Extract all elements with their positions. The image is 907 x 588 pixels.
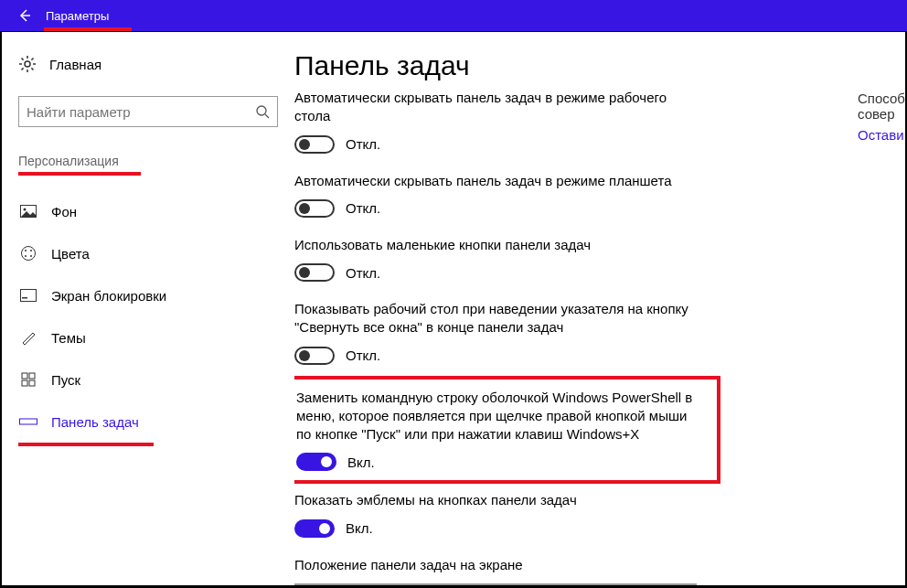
toggle-switch[interactable]: [294, 199, 335, 218]
svg-point-15: [25, 250, 27, 251]
setting-taskbar-position: Положение панели задач на экране Внизу ▾: [294, 549, 887, 586]
setting-label: Заменить командную строку оболочкой Wind…: [296, 389, 699, 444]
sidebar-item-themes[interactable]: Темы: [18, 316, 278, 358]
sidebar-item-lockscreen[interactable]: Экран блокировки: [18, 274, 278, 316]
lockscreen-icon: [18, 289, 38, 302]
toggle-state: Откл.: [346, 265, 380, 281]
toggle-switch[interactable]: [294, 347, 335, 365]
nav-label: Панель задач: [51, 414, 139, 430]
svg-rect-23: [22, 380, 27, 386]
toggle-switch[interactable]: [296, 453, 336, 471]
search-icon: [255, 104, 270, 119]
setting-peek-desktop: Показывать рабочий стол при наведении ук…: [294, 293, 887, 376]
arrow-left-icon: [16, 8, 31, 23]
main-panel: Панель задач Автоматически скрывать пане…: [294, 32, 905, 585]
svg-rect-21: [22, 373, 27, 379]
toggle-state: Вкл.: [346, 520, 373, 536]
start-icon: [18, 372, 38, 387]
search-field[interactable]: [27, 104, 255, 120]
search-input[interactable]: [18, 96, 278, 127]
svg-point-13: [24, 208, 27, 211]
svg-point-10: [257, 106, 266, 115]
svg-line-11: [265, 114, 269, 118]
setting-label: Положение панели задач на экране: [294, 556, 697, 574]
highlight-underline: [44, 27, 132, 31]
feedback-link[interactable]: Остави: [858, 127, 905, 143]
svg-rect-25: [20, 419, 37, 424]
setting-hide-desktop: Автоматически скрывать панель задач в ре…: [294, 89, 887, 165]
position-dropdown[interactable]: Внизу ▾: [294, 583, 697, 585]
highlighted-setting: Заменить командную строку оболочкой Wind…: [294, 376, 720, 485]
sidebar: Главная Персонализация Фон Цвета: [2, 32, 294, 585]
setting-label: Показать эмблемы на кнопках панели задач: [294, 491, 697, 509]
toggle-switch[interactable]: [294, 519, 335, 538]
svg-line-7: [31, 68, 33, 69]
svg-line-9: [31, 59, 33, 60]
nav-label: Пуск: [51, 372, 80, 388]
setting-label: Автоматически скрывать панель задач в ре…: [294, 172, 697, 190]
brush-icon: [18, 329, 38, 346]
nav-label: Цвета: [51, 246, 90, 262]
setting-label: Использовать маленькие кнопки панели зад…: [294, 236, 697, 254]
back-button[interactable]: [5, 0, 42, 31]
svg-rect-22: [29, 373, 35, 379]
svg-point-18: [30, 255, 32, 257]
svg-point-14: [22, 247, 36, 261]
svg-point-16: [30, 250, 32, 251]
palette-icon: [18, 245, 38, 262]
nav-label: Фон: [51, 204, 77, 219]
toggle-state: Вкл.: [347, 454, 375, 470]
gear-icon: [18, 55, 37, 73]
page-title: Панель задач: [294, 50, 905, 81]
home-button[interactable]: Главная: [18, 48, 278, 80]
nav-label: Темы: [51, 330, 86, 346]
sidebar-item-start[interactable]: Пуск: [18, 358, 278, 401]
toggle-state: Откл.: [346, 136, 380, 152]
toggle-switch[interactable]: [294, 263, 335, 282]
section-label: Персонализация: [18, 154, 119, 168]
svg-rect-24: [29, 380, 35, 386]
svg-point-17: [25, 255, 27, 257]
setting-label: Автоматически скрывать панель задач в ре…: [294, 89, 697, 126]
toggle-state: Откл.: [346, 347, 380, 363]
taskbar-icon: [18, 415, 38, 428]
nav-label: Экран блокировки: [51, 288, 166, 304]
svg-rect-20: [22, 297, 27, 299]
info-text: совер: [858, 106, 905, 122]
svg-point-1: [25, 61, 30, 67]
svg-line-6: [22, 59, 24, 60]
info-text: Способ: [858, 91, 905, 106]
home-label: Главная: [49, 57, 101, 72]
toggle-state: Откл.: [346, 200, 380, 216]
titlebar: Параметры: [0, 0, 907, 31]
toggle-switch[interactable]: [294, 135, 335, 154]
highlight-underline: [18, 172, 141, 176]
sidebar-item-background[interactable]: Фон: [18, 190, 278, 232]
info-pane: Способ совер Остави: [858, 91, 905, 143]
setting-hide-tablet: Автоматически скрывать панель задач в ре…: [294, 165, 887, 229]
sidebar-item-colors[interactable]: Цвета: [18, 232, 278, 274]
svg-rect-19: [21, 290, 37, 302]
window-title: Параметры: [46, 9, 109, 23]
highlight-underline: [18, 443, 154, 446]
setting-badges: Показать эмблемы на кнопках панели задач…: [294, 484, 887, 548]
svg-line-8: [22, 68, 24, 69]
setting-small-buttons: Использовать маленькие кнопки панели зад…: [294, 229, 887, 293]
sidebar-item-taskbar[interactable]: Панель задач: [18, 401, 278, 443]
picture-icon: [18, 205, 38, 218]
setting-label: Показывать рабочий стол при наведении ук…: [294, 300, 697, 337]
